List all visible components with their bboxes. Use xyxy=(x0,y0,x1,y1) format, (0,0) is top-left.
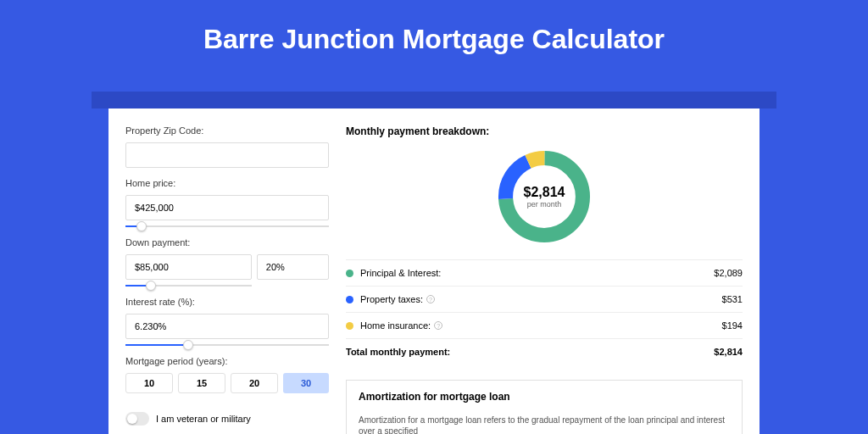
breakdown-value: $531 xyxy=(722,294,743,304)
dp-amount-input[interactable] xyxy=(125,254,252,280)
dp-percent-input[interactable] xyxy=(257,254,329,280)
breakdown-row: Home insurance:?$194 xyxy=(346,312,743,338)
period-label: Mortgage period (years): xyxy=(125,356,329,366)
period-option-20[interactable]: 20 xyxy=(231,373,278,393)
price-input[interactable] xyxy=(125,195,329,220)
price-slider[interactable] xyxy=(125,225,329,227)
dp-label: Down payment: xyxy=(125,237,329,248)
donut-amount: $2,814 xyxy=(524,185,565,200)
donut-sub: per month xyxy=(527,200,562,209)
dp-slider[interactable] xyxy=(125,285,252,287)
amortization-title: Amortization for mortgage loan xyxy=(359,391,730,403)
inputs-column: Property Zip Code: Home price: Down paym… xyxy=(125,125,329,434)
legend-dot xyxy=(346,296,353,303)
amortization-box: Amortization for mortgage loan Amortizat… xyxy=(346,380,743,434)
info-icon[interactable]: ? xyxy=(434,321,442,330)
legend-dot xyxy=(346,270,353,277)
breakdown-list: Principal & Interest:$2,089Property taxe… xyxy=(346,259,743,338)
period-option-30[interactable]: 30 xyxy=(283,373,329,393)
rate-slider-fill xyxy=(125,344,188,346)
veteran-label: I am veteran or military xyxy=(156,414,251,424)
period-option-15[interactable]: 15 xyxy=(178,373,225,393)
breakdown-title: Monthly payment breakdown: xyxy=(346,125,743,137)
donut-chart: $2,814 per month xyxy=(493,146,595,248)
breakdown-row: Principal & Interest:$2,089 xyxy=(346,259,743,286)
rate-input[interactable] xyxy=(125,314,329,339)
rate-slider-thumb[interactable] xyxy=(183,340,193,350)
total-value: $2,814 xyxy=(714,347,743,357)
legend-dot xyxy=(346,322,353,330)
breakdown-label: Principal & Interest: xyxy=(360,268,714,278)
info-icon[interactable]: ? xyxy=(426,295,435,303)
card-back-strip xyxy=(92,92,776,108)
rate-label: Interest rate (%): xyxy=(125,297,329,307)
zip-input[interactable] xyxy=(125,142,329,168)
breakdown-value: $194 xyxy=(722,320,743,331)
breakdown-total-row: Total monthly payment: $2,814 xyxy=(346,338,743,364)
veteran-row: I am veteran or military xyxy=(125,412,329,426)
breakdown-label: Home insurance:? xyxy=(360,320,722,331)
page-title: Barre Junction Mortgage Calculator xyxy=(0,24,868,55)
breakdown-row: Property taxes:?$531 xyxy=(346,286,743,312)
donut-wrap: $2,814 per month xyxy=(346,146,743,248)
breakdown-label: Property taxes:? xyxy=(360,294,722,304)
price-slider-thumb[interactable] xyxy=(136,221,147,231)
amortization-text: Amortization for a mortgage loan refers … xyxy=(359,415,730,434)
veteran-toggle[interactable] xyxy=(125,412,149,426)
period-buttons: 10152030 xyxy=(125,373,329,393)
period-option-10[interactable]: 10 xyxy=(125,373,173,393)
breakdown-column: Monthly payment breakdown: $2,814 per mo… xyxy=(346,125,743,434)
breakdown-value: $2,089 xyxy=(714,268,743,278)
calculator-card: Property Zip Code: Home price: Down paym… xyxy=(108,108,760,434)
price-label: Home price: xyxy=(125,178,329,188)
rate-slider[interactable] xyxy=(125,344,329,346)
total-label: Total monthly payment: xyxy=(346,347,714,357)
zip-label: Property Zip Code: xyxy=(125,125,329,136)
dp-slider-thumb[interactable] xyxy=(146,281,156,291)
